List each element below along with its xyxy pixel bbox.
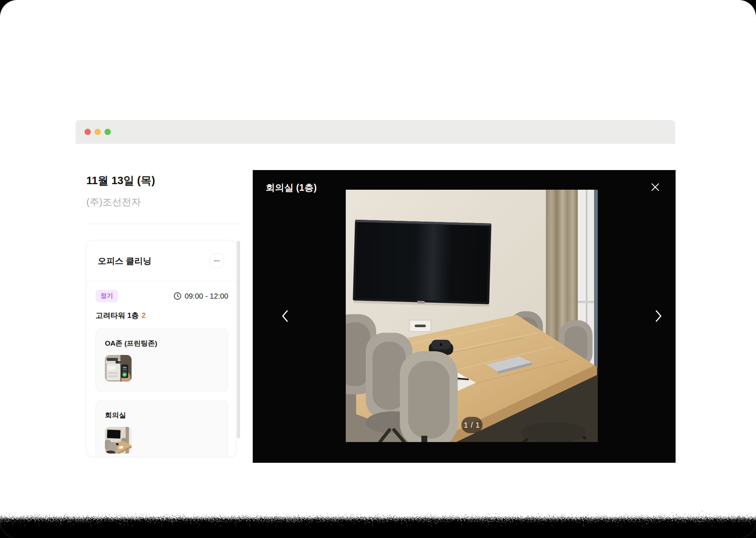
minus-icon: [213, 258, 220, 264]
window-close-dot-icon: [84, 129, 91, 135]
collapse-button[interactable]: [210, 254, 224, 268]
dither-noise-icon: [0, 509, 756, 538]
clock-icon: [173, 292, 182, 300]
zone-name: 회의실: [105, 411, 219, 420]
meta-row: 정기 09:00 - 12:00: [96, 290, 228, 302]
time-range-label: 09:00 - 12:00: [185, 292, 228, 300]
zone-card-oa[interactable]: OA존 (프린팅존): [96, 329, 228, 392]
location-label: 고려타워 1층: [96, 311, 139, 319]
recurring-badge: 정기: [96, 290, 118, 302]
window-controls: [84, 129, 111, 135]
task-card-header: 오피스 클리닝: [87, 240, 236, 282]
app-page: 11월 13일 (목) (주)조선전자 오피스 클리닝 정기 09:00 - 1…: [0, 0, 756, 538]
window-maximize-dot-icon: [105, 129, 111, 135]
task-card-body: 정기 09:00 - 12:00 고려타워 1층2 OA존 (프린팅존): [87, 282, 236, 457]
location-count: 2: [142, 311, 146, 319]
cleaning-task-card: 오피스 클리닝 정기 09:00 - 12:00 고려타워 1층2: [86, 240, 236, 457]
chevron-left-icon: [281, 310, 289, 322]
panel-scrollbar[interactable]: [237, 241, 240, 438]
browser-chrome-bar: [76, 120, 675, 144]
zone-thumbnail-meeting-room[interactable]: [105, 427, 132, 454]
lightbox-title: 회의실 (1층): [266, 182, 317, 194]
page-indicator: 1 / 1: [461, 417, 483, 433]
photo-lightbox-modal: 회의실 (1층): [253, 170, 676, 463]
meeting-room-photo-image: [346, 190, 598, 442]
next-photo-button[interactable]: [651, 309, 666, 323]
zone-name: OA존 (프린팅존): [105, 339, 219, 348]
noise-edge-decoration: [0, 509, 756, 538]
location-row: 고려타워 1층2: [96, 310, 228, 321]
window-minimize-dot-icon: [94, 129, 101, 135]
meeting-room-photo: [346, 190, 598, 442]
divider: [86, 224, 241, 224]
zone-thumbnail-printer[interactable]: [105, 355, 132, 382]
meeting-room-photo-icon: [105, 427, 132, 454]
close-icon: [650, 182, 660, 192]
task-title: 오피스 클리닝: [98, 255, 151, 267]
chevron-right-icon: [655, 310, 662, 322]
prev-photo-button[interactable]: [278, 309, 292, 323]
zone-card-meeting-room[interactable]: 회의실: [96, 401, 228, 457]
page-title-date: 11월 13일 (목): [86, 173, 155, 188]
close-button[interactable]: [647, 179, 663, 195]
printer-photo-icon: [105, 355, 132, 382]
company-name: (주)조선전자: [86, 196, 141, 209]
time-range: 09:00 - 12:00: [173, 292, 228, 300]
